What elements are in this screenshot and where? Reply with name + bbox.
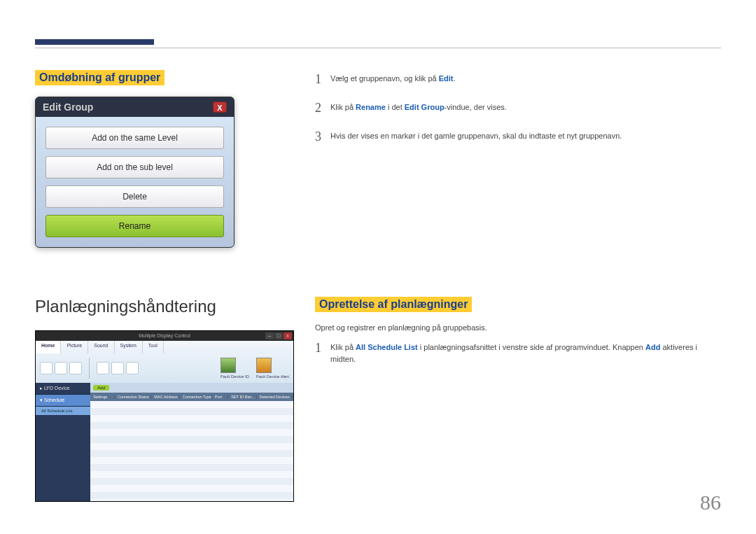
edit-group-title-text: Edit Group bbox=[43, 101, 93, 113]
close-icon[interactable]: X bbox=[213, 101, 227, 113]
mdc-sidebar: ▸ LFD Device ▾ Schedule All Schedule Lis… bbox=[36, 383, 90, 501]
ribbon-button[interactable] bbox=[69, 362, 82, 374]
header-accent-bar bbox=[35, 39, 154, 45]
sidebar-item-schedule[interactable]: ▾ Schedule bbox=[36, 395, 90, 407]
tab-home[interactable]: Home bbox=[36, 341, 61, 353]
ribbon-button[interactable] bbox=[97, 362, 109, 374]
add-button[interactable]: Add bbox=[93, 385, 109, 391]
mdc-table-header: Settings Connection Status MAC Address C… bbox=[90, 393, 293, 401]
section2-intro: Opret og registrer en planlægning på gru… bbox=[315, 323, 721, 332]
step-number: 3 bbox=[315, 127, 330, 146]
add-sub-level-button[interactable]: Add on the sub level bbox=[46, 156, 224, 178]
ribbon-label: Fault Device Alert bbox=[256, 374, 289, 379]
section1-steps: 1 Vælg et gruppenavn, og klik på Edit. 2… bbox=[315, 70, 721, 146]
tab-system[interactable]: System bbox=[115, 341, 143, 353]
page-number: 86 bbox=[700, 491, 721, 514]
header-rule bbox=[35, 48, 721, 48]
col-detected[interactable]: Detected Devices bbox=[257, 395, 293, 399]
delete-button[interactable]: Delete bbox=[46, 185, 224, 208]
rename-button[interactable]: Rename bbox=[46, 215, 224, 237]
ribbon-button[interactable] bbox=[55, 362, 67, 374]
step-3: 3 Hvis der vises en markør i det gamle g… bbox=[315, 127, 721, 146]
step-number: 2 bbox=[315, 99, 330, 118]
tab-sound[interactable]: Sound bbox=[88, 341, 114, 353]
ribbon-button[interactable] bbox=[111, 362, 124, 374]
fault-device-alert-icon[interactable] bbox=[256, 358, 272, 373]
section2-steps: 1 Klik på All Schedule List i planlægnin… bbox=[315, 339, 721, 365]
step-number: 1 bbox=[315, 339, 330, 358]
step-number: 1 bbox=[315, 70, 330, 89]
step-2: 2 Klik på Rename i det Edit Group-vindue… bbox=[315, 99, 721, 118]
col-conn-type[interactable]: Connection Type bbox=[180, 395, 212, 399]
fault-device-id-icon[interactable] bbox=[220, 358, 236, 373]
step-1: 1 Klik på All Schedule List i planlægnin… bbox=[315, 339, 721, 365]
col-connection-status[interactable]: Connection Status bbox=[115, 395, 151, 399]
col-port[interactable]: Port bbox=[212, 395, 228, 399]
edit-group-dialog: Edit Group X Add on the same Level Add o… bbox=[35, 97, 234, 248]
mdc-title: Multiple Display Control bbox=[139, 333, 190, 338]
section1-heading: Omdøbning af grupper bbox=[35, 70, 164, 85]
tab-tool[interactable]: Tool bbox=[143, 341, 164, 353]
section2-heading: Planlægningshåndtering bbox=[35, 297, 294, 316]
col-setid[interactable]: SET ID Ran... bbox=[228, 395, 257, 399]
mdc-screenshot: Multiple Display Control – □ x Home Pict… bbox=[35, 330, 294, 502]
tab-picture[interactable]: Picture bbox=[61, 341, 88, 353]
col-mac[interactable]: MAC Address bbox=[151, 395, 180, 399]
ribbon-label: Fault Device ID bbox=[220, 374, 249, 379]
sidebar-sub-all-schedule[interactable]: All Schedule List bbox=[36, 407, 90, 415]
mdc-table-body bbox=[90, 401, 293, 501]
minimize-icon[interactable]: – bbox=[265, 332, 274, 339]
ribbon-button[interactable] bbox=[126, 362, 139, 374]
step-1: 1 Vælg et gruppenavn, og klik på Edit. bbox=[315, 70, 721, 89]
close-icon[interactable]: x bbox=[284, 332, 292, 339]
col-settings[interactable]: Settings bbox=[90, 395, 115, 399]
add-same-level-button[interactable]: Add on the same Level bbox=[46, 127, 224, 149]
maximize-icon[interactable]: □ bbox=[274, 332, 283, 339]
ribbon-button[interactable] bbox=[40, 362, 52, 374]
sidebar-item-lfd[interactable]: ▸ LFD Device bbox=[36, 383, 90, 395]
section2-sub-heading: Oprettelse af planlægninger bbox=[315, 297, 472, 312]
